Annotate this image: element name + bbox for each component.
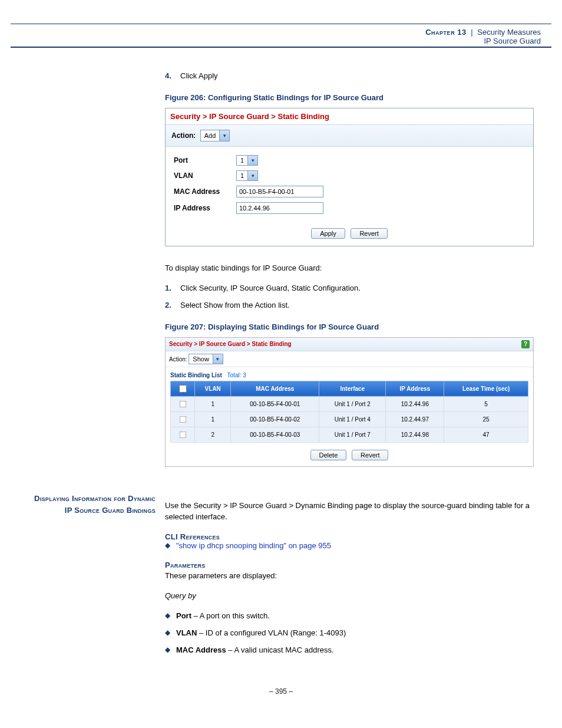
select-all-checkbox[interactable] xyxy=(179,385,187,393)
row-checkbox[interactable] xyxy=(180,400,187,407)
diamond-bullet-icon: ◆ xyxy=(165,645,176,654)
cell-ip: 10.2.44.98 xyxy=(386,427,444,442)
vlan-label: VLAN xyxy=(174,172,236,180)
cell-mac: 00-10-B5-F4-00-03 xyxy=(231,427,319,442)
delete-button[interactable]: Delete xyxy=(310,450,347,460)
panel-button-row: Apply Revert xyxy=(166,222,533,246)
help-icon[interactable]: ? xyxy=(521,340,530,348)
dropdown-icon[interactable]: ▾ xyxy=(247,171,257,180)
dropdown-icon[interactable]: ▾ xyxy=(247,156,257,165)
ip-input[interactable] xyxy=(236,202,323,214)
port-select[interactable]: 1 ▾ xyxy=(236,155,258,166)
cell-interface: Unit 1 / Port 7 xyxy=(319,427,386,442)
table-row: 200-10-B5-F4-00-03Unit 1 / Port 710.2.44… xyxy=(171,427,528,442)
content-area: 4. Click Apply Figure 206: Configuring S… xyxy=(28,71,534,696)
revert-button[interactable]: Revert xyxy=(352,450,388,460)
cell-ip: 10.2.44.96 xyxy=(386,396,444,411)
vlan-value: 1 xyxy=(237,172,247,179)
step-text: Click Apply xyxy=(180,71,218,80)
binding-table: VLAN MAC Address Interface IP Address Le… xyxy=(170,381,528,443)
binding-list: Static Binding List Total: 3 VLAN MAC Ad… xyxy=(166,367,533,445)
port-label: Port xyxy=(174,156,236,164)
section-dynamic-bindings: Displaying Information for Dynamic IP So… xyxy=(28,493,534,663)
step-1: 1. Click Security, IP Source Guard, Stat… xyxy=(165,284,534,292)
config-form: Port 1 ▾ VLAN 1 ▾ MAC Ad xyxy=(166,147,533,222)
vlan-select[interactable]: 1 ▾ xyxy=(236,170,258,181)
header-separator: | xyxy=(468,28,475,37)
parameters-intro: These parameters are displayed: xyxy=(165,571,534,582)
figure-207-panel: Security > IP Source Guard > Static Bind… xyxy=(165,337,534,467)
diamond-bullet-icon: ◆ xyxy=(165,611,176,620)
row-checkbox[interactable] xyxy=(180,416,187,423)
cell-lease: 47 xyxy=(444,427,528,442)
list-title: Static Binding List xyxy=(170,372,222,378)
parameters-heading: Parameters xyxy=(165,561,534,569)
cli-link[interactable]: "show ip dhcp snooping binding" on page … xyxy=(176,541,331,550)
parameter-text: MAC Address – A valid unicast MAC addres… xyxy=(176,645,334,654)
step-number: 1. xyxy=(165,284,180,292)
panel2-breadcrumb: Security > IP Source Guard > Static Bind… xyxy=(169,341,292,347)
figure-206-panel: Security > IP Source Guard > Static Bind… xyxy=(165,108,534,246)
cell-lease: 25 xyxy=(444,411,528,427)
table-row: 100-10-B5-F4-00-02Unit 1 / Port 410.2.44… xyxy=(171,411,528,427)
cli-references-heading: CLI References xyxy=(165,532,534,541)
cell-vlan: 2 xyxy=(195,427,231,442)
step-4: 4. Click Apply xyxy=(165,71,534,80)
list-total: Total: 3 xyxy=(224,372,246,378)
page: Chapter 13 | Security Measures IP Source… xyxy=(0,24,562,719)
step-number: 2. xyxy=(165,301,180,309)
panel2-action-bar: Action: Show ▾ xyxy=(166,351,533,367)
diamond-bullet-icon: ◆ xyxy=(165,628,176,637)
cell-vlan: 1 xyxy=(195,411,231,427)
action-select[interactable]: Add ▾ xyxy=(200,130,230,141)
figure-207-caption: Figure 207: Displaying Static Bindings f… xyxy=(165,322,534,331)
panel2-button-row: Delete Revert xyxy=(166,445,533,466)
revert-button[interactable]: Revert xyxy=(351,228,387,239)
cell-interface: Unit 1 / Port 4 xyxy=(319,411,386,427)
section-intro: Use the Security > IP Source Guard > Dyn… xyxy=(165,500,534,523)
col-vlan: VLAN xyxy=(195,381,231,396)
row-checkbox[interactable] xyxy=(180,431,187,438)
panel2-topbar: Security > IP Source Guard > Static Bind… xyxy=(166,338,533,351)
side-heading: Displaying Information for Dynamic IP So… xyxy=(28,493,160,516)
step-2: 2. Select Show from the Action list. xyxy=(165,301,534,309)
mac-label: MAC Address xyxy=(174,187,236,196)
col-mac: MAC Address xyxy=(231,381,319,396)
dropdown-icon[interactable]: ▾ xyxy=(219,130,229,141)
parameter-item: ◆Port – A port on this switch. xyxy=(165,611,534,620)
dropdown-icon[interactable]: ▾ xyxy=(213,354,223,364)
page-header: Chapter 13 | Security Measures IP Source… xyxy=(0,24,562,45)
apply-button[interactable]: Apply xyxy=(311,228,345,239)
parameter-text: VLAN – ID of a configured VLAN (Range: 1… xyxy=(176,628,346,637)
col-lease: Lease Time (sec) xyxy=(444,381,528,396)
cell-lease: 5 xyxy=(444,396,528,411)
action-select-show[interactable]: Show ▾ xyxy=(189,354,223,364)
cell-vlan: 1 xyxy=(195,396,231,411)
step-text: Select Show from the Action list. xyxy=(180,301,290,309)
table-row: 100-10-B5-F4-00-01Unit 1 / Port 210.2.44… xyxy=(171,396,528,411)
action-value: Show xyxy=(189,355,213,363)
step-text: Click Security, IP Source Guard, Static … xyxy=(180,284,361,292)
step-number: 4. xyxy=(165,71,180,80)
parameter-item: ◆MAC Address – A valid unicast MAC addre… xyxy=(165,645,534,654)
col-ip: IP Address xyxy=(386,381,444,396)
chapter-label: Chapter 13 xyxy=(425,28,466,37)
table-header-row: VLAN MAC Address Interface IP Address Le… xyxy=(171,381,528,396)
cli-reference-item: ◆ "show ip dhcp snooping binding" on pag… xyxy=(165,541,534,550)
diamond-bullet-icon: ◆ xyxy=(165,541,176,550)
cell-interface: Unit 1 / Port 2 xyxy=(319,396,386,411)
cell-mac: 00-10-B5-F4-00-01 xyxy=(231,396,319,411)
action-label: Action: xyxy=(171,131,196,140)
display-intro: To display static bindings for IP Source… xyxy=(165,263,534,274)
action-label: Action: xyxy=(169,356,187,363)
parameter-item: ◆VLAN – ID of a configured VLAN (Range: … xyxy=(165,628,534,637)
chapter-title: Security Measures xyxy=(477,28,541,37)
ip-label: IP Address xyxy=(174,204,236,212)
header-rule-bottom xyxy=(11,47,551,48)
col-checkbox xyxy=(171,381,195,396)
action-value: Add xyxy=(201,132,220,139)
cell-mac: 00-10-B5-F4-00-02 xyxy=(231,411,319,427)
mac-input[interactable] xyxy=(236,186,323,197)
header-subtitle: IP Source Guard xyxy=(484,37,541,45)
query-by-label: Query by xyxy=(165,591,534,602)
